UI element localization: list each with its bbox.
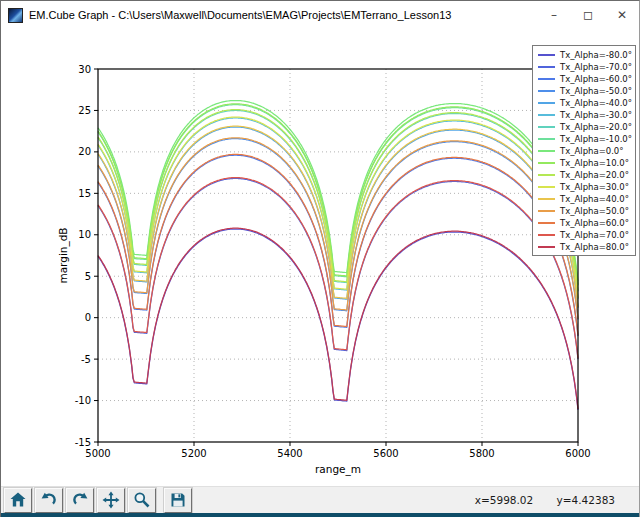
title-bar: EM.Cube Graph - C:\Users\Maxwell\Documen… [1, 1, 639, 29]
y-tick-label: 20 [78, 146, 91, 157]
legend-label: Tx_Alpha=0.0° [560, 146, 624, 156]
legend-entry: Tx_Alpha=-60.0° [538, 73, 631, 85]
legend-label: Tx_Alpha=-60.0° [560, 74, 632, 84]
y-tick-label: 10 [78, 229, 91, 240]
zoom-button[interactable] [128, 488, 156, 513]
legend-entry: Tx_Alpha=-50.0° [538, 85, 631, 97]
legend-label: Tx_Alpha=-80.0° [560, 50, 632, 60]
y-tick-label: 5 [85, 271, 91, 282]
legend-label: Tx_Alpha=60.0° [560, 218, 629, 228]
legend-label: Tx_Alpha=-50.0° [560, 86, 632, 96]
legend-entry: Tx_Alpha=-40.0° [538, 97, 631, 109]
pan-move-icon [102, 491, 120, 509]
close-button[interactable]: ✕ [605, 1, 639, 29]
home-icon [9, 491, 27, 509]
legend-label: Tx_Alpha=10.0° [560, 158, 629, 168]
legend-line-swatch [538, 162, 555, 164]
x-tick-label: 5000 [85, 448, 110, 459]
legend-line-swatch [538, 246, 555, 248]
legend-line-swatch [538, 186, 555, 188]
series-line-80 [98, 228, 578, 409]
legend-entry: Tx_Alpha=-10.0° [538, 133, 631, 145]
y-axis-label: margin_dB [57, 227, 70, 283]
home-button[interactable] [4, 488, 32, 513]
status-y-value: y=4.42383 [557, 494, 615, 506]
series-line-60 [98, 154, 578, 335]
legend-line-swatch [538, 234, 555, 236]
y-tick-label: 0 [85, 312, 91, 323]
legend-line-swatch [538, 174, 555, 176]
cursor-status: x=5998.02 y=4.42383 [455, 494, 615, 506]
legend-entry: Tx_Alpha=80.0° [538, 241, 631, 253]
x-axis-label: range_m [315, 463, 361, 476]
navigation-toolbar: x=5998.02 y=4.42383 [1, 486, 640, 513]
legend-line-swatch [538, 90, 555, 92]
y-tick-label: 15 [78, 188, 91, 199]
x-tick-label: 5200 [181, 448, 206, 459]
plot-figure: 500052005400560058006000302520151050-5-1… [1, 29, 640, 486]
y-tick-label: -10 [75, 395, 91, 406]
legend-line-swatch [538, 198, 555, 200]
forward-arrow-icon [71, 491, 89, 509]
maximize-button[interactable]: ◻ [571, 1, 605, 29]
legend-entry: Tx_Alpha=-20.0° [538, 121, 631, 133]
legend-entry: Tx_Alpha=70.0° [538, 229, 631, 241]
app-window: EM.Cube Graph - C:\Users\Maxwell\Documen… [0, 0, 640, 517]
forward-button[interactable] [66, 488, 94, 513]
window-controls: – ◻ ✕ [537, 1, 639, 29]
y-tick-label: -15 [75, 437, 91, 448]
x-tick-label: 5600 [373, 448, 398, 459]
legend-entry: Tx_Alpha=10.0° [538, 157, 631, 169]
legend-line-swatch [538, 102, 555, 104]
x-tick-label: 6000 [565, 448, 590, 459]
back-button[interactable] [35, 488, 63, 513]
series-line--10 [98, 105, 578, 286]
minimize-button[interactable]: – [537, 1, 571, 29]
series-line-10 [98, 104, 578, 285]
x-tick-label: 5400 [277, 448, 302, 459]
legend-entry: Tx_Alpha=30.0° [538, 181, 631, 193]
legend-entry: Tx_Alpha=0.0° [538, 145, 631, 157]
legend-label: Tx_Alpha=-70.0° [560, 62, 632, 72]
save-button[interactable] [164, 488, 192, 513]
x-tick-label: 5800 [469, 448, 494, 459]
window-bottom-border [1, 513, 640, 517]
legend-line-swatch [538, 114, 555, 116]
legend-label: Tx_Alpha=20.0° [560, 170, 629, 180]
window-title: EM.Cube Graph - C:\Users\Maxwell\Documen… [29, 9, 451, 21]
legend-line-swatch [538, 78, 555, 80]
magnifier-icon [133, 491, 151, 509]
legend-entry: Tx_Alpha=40.0° [538, 193, 631, 205]
y-tick-label: -5 [81, 354, 91, 365]
legend-label: Tx_Alpha=-20.0° [560, 122, 632, 132]
save-floppy-icon [169, 491, 187, 509]
legend-line-swatch [538, 66, 555, 68]
legend-entry: Tx_Alpha=50.0° [538, 205, 631, 217]
series-line-70 [98, 178, 578, 359]
axes-frame [98, 69, 578, 442]
legend-entry: Tx_Alpha=-80.0° [538, 49, 631, 61]
legend-label: Tx_Alpha=70.0° [560, 230, 629, 240]
pan-button[interactable] [97, 488, 125, 513]
app-icon [8, 8, 23, 23]
legend-label: Tx_Alpha=40.0° [560, 194, 629, 204]
y-tick-label: 25 [78, 105, 91, 116]
legend-label: Tx_Alpha=80.0° [560, 242, 629, 252]
series-line--80 [98, 229, 578, 410]
legend-label: Tx_Alpha=-10.0° [560, 134, 632, 144]
status-x-value: x=5998.02 [475, 494, 533, 506]
back-arrow-icon [40, 491, 58, 509]
legend-line-swatch [538, 150, 555, 152]
legend-line-swatch [538, 138, 555, 140]
legend-entry: Tx_Alpha=20.0° [538, 169, 631, 181]
legend-line-swatch [538, 210, 555, 212]
legend-label: Tx_Alpha=-40.0° [560, 98, 632, 108]
legend-label: Tx_Alpha=30.0° [560, 182, 629, 192]
legend-line-swatch [538, 54, 555, 56]
legend-label: Tx_Alpha=50.0° [560, 206, 629, 216]
legend-label: Tx_Alpha=-30.0° [560, 110, 632, 120]
y-tick-label: 30 [78, 64, 91, 75]
legend-entry: Tx_Alpha=-70.0° [538, 61, 631, 73]
legend-line-swatch [538, 126, 555, 128]
chart-legend: Tx_Alpha=-80.0°Tx_Alpha=-70.0°Tx_Alpha=-… [532, 45, 636, 256]
